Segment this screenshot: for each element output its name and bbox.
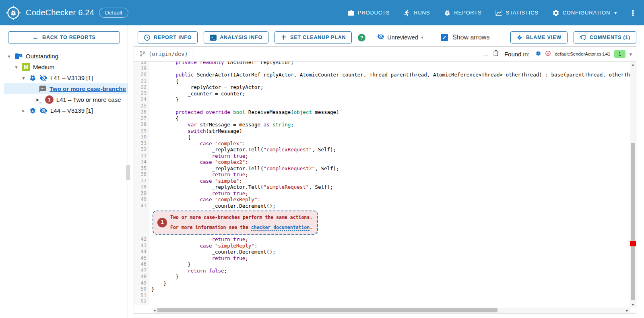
line-number: 19 bbox=[134, 66, 149, 72]
line-number: 22 bbox=[134, 84, 149, 91]
product-badge[interactable]: Default bbox=[99, 8, 128, 18]
scroll-up-arrow-icon[interactable]: ▴ bbox=[630, 62, 636, 67]
code-line: 35 _replyActor.Tell("complexRequest2", S… bbox=[134, 165, 636, 172]
question-circle-icon: ? bbox=[144, 34, 151, 41]
top-navbar: CodeChecker 6.24 Default PRODUCTS RUNS R… bbox=[0, 0, 644, 25]
line-number: 35 bbox=[134, 165, 149, 172]
nav-reports[interactable]: REPORTS bbox=[444, 9, 481, 17]
gutter-spacer bbox=[134, 209, 149, 236]
tree-item-l44-v3139[interactable]: ▸ L44 – V3139 [1] bbox=[0, 105, 128, 116]
report-info-button[interactable]: ? REPORT INFO bbox=[138, 31, 198, 43]
comments-button[interactable]: COMMENTS (1) bbox=[574, 31, 636, 43]
nav-runs[interactable]: RUNS bbox=[403, 9, 430, 17]
code-line: 18 private readonly IActorRef _replyActo… bbox=[134, 62, 636, 66]
scroll-right-arrow-icon[interactable]: ▸ bbox=[624, 308, 630, 313]
code-line: 41 _counter.Decrement(); bbox=[134, 203, 636, 209]
tree-item-outstanding[interactable]: ▾ Outstanding bbox=[0, 51, 128, 62]
horizontal-scrollbar-thumb[interactable] bbox=[157, 308, 497, 312]
help-icon[interactable]: ? bbox=[358, 34, 365, 41]
chevron-right-icon[interactable]: ▸ bbox=[21, 108, 26, 114]
report-message-text: Two or more case-branches perform the sa… bbox=[170, 215, 312, 221]
back-arrow-icon: ← bbox=[32, 34, 39, 41]
report-count-badge[interactable]: 1 bbox=[614, 50, 626, 58]
line-number: 25 bbox=[134, 103, 149, 109]
folder-lock-icon bbox=[14, 52, 23, 60]
show-arrows-checkbox[interactable]: ✓ bbox=[441, 34, 448, 41]
code-line: 29 switch(strMessage) bbox=[134, 128, 636, 134]
code-line: 31 case "complex": bbox=[134, 140, 636, 147]
back-to-reports-button[interactable]: ← BACK TO REPORTS bbox=[8, 31, 120, 43]
code-line: 39 return true; bbox=[134, 190, 636, 197]
plus-cross-icon bbox=[281, 34, 287, 41]
tree-item-l41-v3139[interactable]: ▾ L41 – V3139 [1] bbox=[0, 72, 128, 83]
code-line: 22 _replyActor = replyActor; bbox=[134, 84, 636, 91]
code-body: 18 private readonly IActorRef _replyActo… bbox=[134, 62, 636, 313]
scroll-left-arrow-icon[interactable]: ◂ bbox=[152, 308, 157, 313]
report-toolbar: ? REPORT INFO >_ ANALYSIS INFO SET CLEAN… bbox=[138, 31, 636, 43]
chevron-down-icon[interactable]: ▾ bbox=[629, 51, 632, 57]
line-number: 51 bbox=[134, 293, 149, 299]
line-number: 27 bbox=[134, 116, 149, 122]
vertical-scrollbar-thumb[interactable] bbox=[631, 143, 635, 300]
eye-off-icon bbox=[39, 74, 47, 82]
show-arrows-toggle[interactable]: ✓ Show arrows bbox=[441, 34, 489, 41]
code-line: 50} bbox=[134, 286, 636, 293]
report-position-marker[interactable] bbox=[630, 241, 636, 246]
chevron-down-icon[interactable]: ▾ bbox=[21, 75, 26, 81]
blame-view-button[interactable]: BLAME VIEW bbox=[510, 31, 568, 43]
terminal-icon: >_ bbox=[210, 35, 217, 41]
code-line: 36 return true; bbox=[134, 171, 636, 178]
nav-products[interactable]: PRODUCTS bbox=[347, 9, 390, 17]
code-line: 43 case "simpleReply": bbox=[134, 243, 636, 249]
code-line: 52 bbox=[134, 299, 636, 305]
line-number: 52 bbox=[134, 299, 149, 305]
clipboard-icon[interactable] bbox=[493, 50, 499, 58]
tree-item-severity-medium[interactable]: ▾ M Medium bbox=[0, 62, 128, 72]
line-number: 23 bbox=[134, 91, 149, 97]
line-number: 45 bbox=[134, 255, 149, 262]
horizontal-scrollbar[interactable]: ◂ ▸ bbox=[152, 308, 630, 313]
chevron-down-icon[interactable]: ▾ bbox=[14, 64, 19, 70]
line-number: 38 bbox=[134, 184, 149, 190]
bug-icon bbox=[29, 74, 37, 82]
line-number: 36 bbox=[134, 171, 149, 178]
chevron-down-icon[interactable]: ▾ bbox=[6, 54, 12, 59]
code-line: 25 bbox=[134, 103, 636, 109]
code-line: 23 _counter = counter; bbox=[134, 91, 636, 97]
scroll-down-arrow-icon[interactable]: ▾ bbox=[630, 302, 636, 308]
chart-line-icon bbox=[495, 9, 502, 17]
report-tree: ▾ Outstanding ▾ M Medium ▾ L41 – V3139 [… bbox=[0, 51, 128, 116]
line-number: 18 bbox=[134, 62, 149, 66]
set-cleanup-plan-button[interactable]: SET CLEANUP PLAN bbox=[275, 31, 352, 43]
line-number: 31 bbox=[134, 140, 149, 147]
code-line: 20 public SenderActor(IActorRef replyAct… bbox=[134, 72, 636, 78]
severity-medium-badge: M bbox=[22, 63, 30, 71]
line-number: 41 bbox=[134, 203, 149, 209]
comments-icon bbox=[580, 34, 586, 41]
line-number: 37 bbox=[134, 178, 149, 184]
line-number: 46 bbox=[134, 261, 149, 268]
code-line: 34 case "complex2": bbox=[134, 159, 636, 165]
report-message-bubble: 1 Two or more case-branches perform the … bbox=[153, 211, 318, 235]
code-line: 42 return true; bbox=[134, 236, 636, 243]
kebab-menu-icon[interactable]: ⋮ bbox=[629, 8, 637, 17]
nav-statistics[interactable]: STATISTICS bbox=[495, 9, 538, 17]
checker-documentation-link[interactable]: checker documentation bbox=[251, 225, 310, 231]
code-panel: (origin/dev) ... Found in: default:Sende… bbox=[134, 46, 636, 314]
code-editor[interactable]: 18 private readonly IActorRef _replyActo… bbox=[134, 62, 636, 308]
line-number: 44 bbox=[134, 249, 149, 255]
eye-off-icon bbox=[377, 33, 384, 42]
review-status-dropdown[interactable]: Unreviewed ▾ bbox=[377, 33, 423, 42]
line-number: 40 bbox=[134, 196, 149, 203]
tree-item-report-message[interactable]: Two or more case-branche bbox=[4, 83, 128, 94]
code-line: 44 _counter.Decrement(); bbox=[134, 249, 636, 255]
terminal-prompt-icon: >_ bbox=[35, 97, 42, 103]
code-line: 26 protected override bool ReceiveMessag… bbox=[134, 109, 636, 116]
sidebar-resize-handle[interactable] bbox=[126, 164, 130, 181]
chevron-down-icon: ▾ bbox=[614, 10, 617, 16]
code-line: 19 bbox=[134, 66, 636, 72]
vertical-scrollbar[interactable]: ▴ ▾ bbox=[630, 62, 636, 308]
analysis-info-button[interactable]: >_ ANALYSIS INFO bbox=[204, 31, 268, 43]
tree-item-report-step[interactable]: >_ 1 L41 – Two or more case bbox=[0, 94, 128, 105]
nav-configuration[interactable]: CONFIGURATION ▾ bbox=[552, 9, 617, 17]
